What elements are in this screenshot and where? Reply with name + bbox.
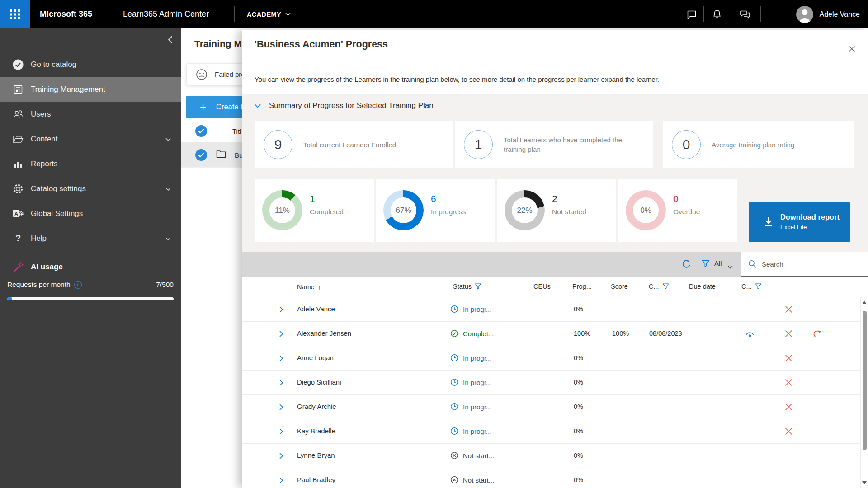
remove-learner-icon[interactable] [785, 403, 793, 413]
stat-label: Total Learners who have completed the tr… [504, 135, 626, 154]
sidebar-item-reports[interactable]: Reports [0, 151, 181, 176]
selected-check-icon[interactable] [195, 149, 207, 161]
selected-check-icon[interactable] [195, 125, 207, 137]
notifications-button[interactable] [705, 0, 729, 28]
expand-row-icon[interactable] [279, 355, 283, 363]
donut-chart-overdue: 0% [626, 190, 666, 230]
app-launcher-button[interactable] [0, 0, 30, 28]
refresh-button[interactable] [682, 259, 691, 271]
column-header-progress[interactable]: Prog... [572, 283, 592, 290]
folder-icon [216, 150, 226, 160]
chat-button[interactable] [680, 0, 703, 28]
sidebar: Go to catalog Training Management Users … [0, 28, 181, 488]
filter-funnel-icon[interactable] [662, 283, 669, 290]
sidebar-item-training-management[interactable]: Training Management [0, 77, 181, 102]
vertical-scrollbar[interactable] [860, 297, 868, 488]
sidebar-item-users[interactable]: Users [0, 102, 181, 127]
status-in-progress-icon [450, 378, 458, 388]
column-header-completed-date[interactable]: C... [649, 283, 669, 290]
sidebar-item-go-to-catalog[interactable]: Go to catalog [0, 52, 181, 77]
chevron-down-icon [165, 184, 171, 193]
column-header-status[interactable]: Status [453, 283, 481, 290]
column-header-score[interactable]: Score [611, 283, 628, 290]
donut-label: In progress [431, 208, 466, 216]
search-placeholder: Search [762, 260, 783, 268]
scroll-up-arrow[interactable] [862, 301, 867, 304]
column-header-certificate[interactable]: C... [741, 283, 762, 290]
download-report-button[interactable]: Download report Excel File [749, 202, 850, 242]
table-row[interactable]: Kay Bradelle In progr... 0% [242, 419, 860, 444]
sidebar-item-label: Content [31, 135, 58, 144]
double-chat-icon [739, 9, 751, 20]
remove-learner-icon[interactable] [785, 427, 793, 437]
expand-row-icon[interactable] [279, 453, 283, 461]
sidebar-item-content[interactable]: Content [0, 127, 181, 151]
svg-text:A: A [14, 211, 18, 216]
stat-value: 1 [464, 130, 493, 159]
scrollbar-thumb[interactable] [863, 311, 867, 450]
column-header-name[interactable]: Name ↑ [297, 283, 321, 291]
status-not-started-icon [450, 451, 458, 461]
filter-selected-value[interactable]: All [714, 259, 722, 267]
close-button[interactable] [846, 43, 857, 54]
sidebar-item-label: Training Management [31, 85, 105, 94]
sidebar-item-help[interactable]: ? Help [0, 226, 181, 251]
filter-button[interactable] [702, 260, 710, 269]
remove-learner-icon[interactable] [785, 330, 793, 339]
view-certificate-icon[interactable] [745, 331, 755, 339]
sidebar-item-ai-usage[interactable]: AI usage [0, 254, 181, 279]
expand-row-icon[interactable] [279, 477, 283, 485]
search-input[interactable]: Search [741, 252, 868, 277]
expand-row-icon[interactable] [279, 331, 283, 339]
product-name[interactable]: Microsoft 365 [40, 0, 92, 28]
table-row[interactable]: Paul Bradley Not start... 0% [242, 468, 860, 488]
table-row[interactable]: Alexander Jensen Complet... 100% 100% 08… [242, 322, 860, 346]
stat-card-average-rating: 0 Average training plan rating [663, 121, 854, 168]
sidebar-item-label: Help [31, 234, 47, 243]
table-row[interactable]: Adele Vance In progr... 0% [242, 297, 860, 322]
requests-progress-track [7, 297, 174, 300]
toast-message: Failed pro [215, 70, 245, 78]
table-row[interactable]: Lynne Bryan Not start... 0% [242, 444, 860, 468]
column-header-ceus[interactable]: CEUs [533, 283, 551, 290]
remove-learner-icon[interactable] [785, 305, 793, 315]
account-menu[interactable]: Adele Vance [796, 0, 860, 28]
info-icon[interactable]: i [74, 281, 82, 289]
sidebar-item-global-settings[interactable]: A Global Settings [0, 201, 181, 226]
retake-icon[interactable] [813, 329, 821, 340]
expand-row-icon[interactable] [279, 306, 283, 314]
feedback-button[interactable] [733, 0, 757, 28]
chat-icon [686, 9, 697, 20]
expand-row-icon[interactable] [279, 404, 283, 412]
status-completed-icon [450, 329, 458, 339]
table-row[interactable]: Anne Logan In progr... 0% [242, 346, 860, 371]
sidebar-nav: Go to catalog Training Management Users … [0, 52, 181, 251]
column-header-due-date[interactable]: Due date [689, 283, 716, 290]
expand-row-icon[interactable] [279, 380, 283, 388]
chevron-down-icon [165, 234, 171, 243]
app-name[interactable]: Learn365 Admin Center [123, 0, 209, 28]
panel-title: 'Business Acumen' Progress [255, 39, 388, 50]
table-row[interactable]: Diego Sicilliani In progr... 0% [242, 371, 860, 395]
progress-value: 0% [574, 476, 583, 483]
table-row[interactable]: Grady Archie In progr... 0% [242, 395, 860, 419]
list-item-label: Titl [232, 127, 241, 135]
tenant-selector[interactable]: ACADEMY [247, 0, 291, 28]
status-text: Complet... [463, 330, 494, 338]
learner-name: Anne Logan [297, 354, 334, 361]
bell-icon [712, 9, 722, 20]
status-text: Not start... [463, 452, 494, 460]
scroll-down-arrow[interactable] [862, 481, 867, 484]
donut-count: 1 [310, 193, 315, 204]
filter-funnel-icon[interactable] [475, 283, 481, 290]
collapse-sidebar-button[interactable] [168, 36, 173, 46]
remove-learner-icon[interactable] [785, 379, 793, 388]
score-value: 100% [612, 330, 629, 337]
bar-chart-icon [12, 159, 24, 169]
filter-funnel-icon[interactable] [755, 283, 762, 290]
remove-learner-icon[interactable] [785, 354, 793, 364]
summary-toggle[interactable]: Summary of Progress for Selected Trainin… [255, 99, 434, 113]
expand-row-icon[interactable] [279, 428, 283, 436]
chevron-down-icon[interactable] [728, 263, 733, 271]
sidebar-item-catalog-settings[interactable]: Catalog settings [0, 176, 181, 201]
